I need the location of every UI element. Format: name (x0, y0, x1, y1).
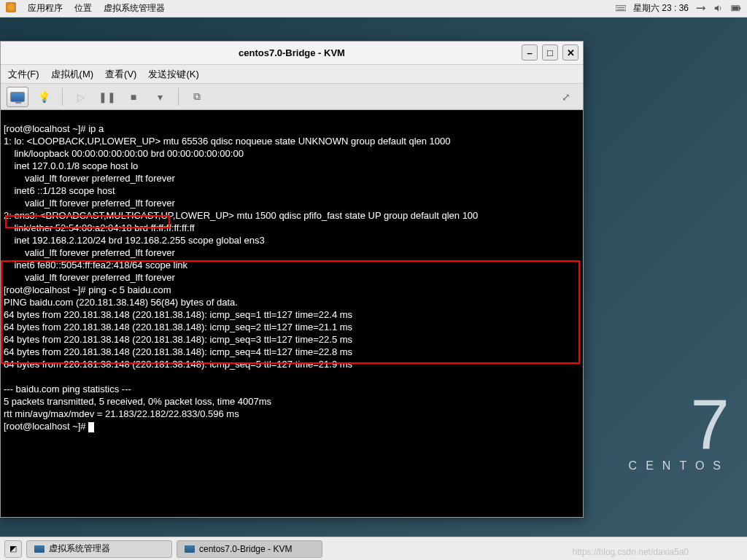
titlebar[interactable]: centos7.0-Bridge - KVM – □ ✕ (1, 42, 583, 65)
svg-rect-0 (616, 6, 626, 11)
terminal-line: [root@localhost ~]# ping -c 5 baidu.com (4, 284, 171, 295)
menu-applications[interactable]: 应用程序 (28, 2, 63, 15)
terminal-line: link/loopback 00:00:00:00:00:00 brd 00:0… (4, 148, 244, 159)
clock-label[interactable]: 星期六 23 : 36 (633, 2, 689, 15)
terminal-line: PING baidu.com (220.181.38.148) 56(84) b… (4, 297, 238, 308)
snapshot-button[interactable]: ⧉ (186, 87, 208, 107)
terminal-line: inet 192.168.2.120/24 brd 192.168.2.255 … (4, 235, 265, 246)
terminal-line: link/ether 52:54:00:a2:04:18 brd ff:ff:f… (4, 222, 195, 233)
maximize-button[interactable]: □ (542, 44, 558, 61)
menu-file[interactable]: 文件(F) (8, 68, 39, 81)
cursor (88, 422, 94, 432)
taskbar-label: centos7.0-Bridge - KVM (199, 544, 292, 554)
terminal-line: 64 bytes from 220.181.38.148 (220.181.38… (4, 359, 352, 370)
terminal-line: inet 127.0.0.1/8 scope host lo (4, 160, 138, 171)
snapshot-icon: ⧉ (193, 90, 201, 103)
window-title: centos7.0-Bridge - KVM (239, 47, 345, 58)
terminal-line: inet6 fe80::5054:ff:fea2:418/64 scope li… (4, 260, 187, 271)
terminal-line: 64 bytes from 220.181.38.148 (220.181.38… (4, 309, 352, 320)
terminal-line: 64 bytes from 220.181.38.148 (220.181.38… (4, 346, 352, 357)
play-icon: ▷ (77, 91, 85, 103)
menubar: 文件(F) 虚拟机(M) 查看(V) 发送按键(K) (1, 65, 583, 84)
run-button[interactable]: ▷ (70, 87, 92, 107)
terminal-line: valid_lft forever preferred_lft forever (4, 247, 175, 258)
menu-places[interactable]: 位置 (74, 2, 92, 15)
airplane-icon[interactable] (696, 4, 706, 13)
battery-icon[interactable] (731, 4, 741, 13)
window-icon (185, 545, 195, 553)
svg-rect-4 (739, 7, 740, 10)
terminal-line: 5 packets transmitted, 5 received, 0% pa… (4, 396, 271, 407)
separator (62, 88, 63, 106)
close-button[interactable]: ✕ (562, 44, 578, 61)
terminal-line: 2: ens3: <BROADCAST,MULTICAST,UP,LOWER_U… (4, 210, 478, 221)
taskbar-label: 虚拟系统管理器 (49, 542, 110, 555)
toolbar: 💡 ▷ ❚❚ ■ ▾ ⧉ ⤢ (1, 84, 583, 110)
svg-rect-5 (732, 7, 739, 10)
volume-icon[interactable] (713, 4, 724, 13)
terminal-line: valid_lft forever preferred_lft forever (4, 272, 175, 283)
lightbulb-icon: 💡 (38, 91, 50, 103)
terminal-line: --- baidu.com ping statistics --- (4, 384, 131, 394)
centos-text: CENTOS (629, 459, 729, 472)
guest-terminal[interactable]: [root@localhost ~]# ip a 1: lo: <LOOPBAC… (1, 110, 583, 517)
taskbar-item-vmm[interactable]: 虚拟系统管理器 (26, 540, 172, 558)
watermark: https://blog.csdn.net/daxia5a0 (573, 547, 689, 557)
separator (178, 88, 179, 106)
terminal-line: valid_lft forever preferred_lft forever (4, 173, 175, 184)
menu-vmm[interactable]: 虚拟系统管理器 (104, 2, 165, 15)
desktop-icon: ◩ (9, 544, 17, 553)
shutdown-button[interactable]: ■ (123, 87, 144, 107)
taskbar-item-kvm[interactable]: centos7.0-Bridge - KVM (177, 540, 322, 558)
window-icon (34, 545, 44, 553)
terminal-line: 1: lo: <LOOPBACK,UP,LOWER_UP> mtu 65536 … (4, 136, 451, 147)
centos-branding: 7 CENTOS (629, 389, 729, 472)
pause-icon: ❚❚ (98, 91, 116, 103)
terminal-line: 64 bytes from 220.181.38.148 (220.181.38… (4, 334, 352, 345)
chevron-down-icon: ▾ (158, 91, 163, 103)
pause-button[interactable]: ❚❚ (96, 87, 118, 107)
monitor-icon (10, 92, 25, 102)
keyboard-icon[interactable] (616, 4, 626, 13)
terminal-line: 64 bytes from 220.181.38.148 (220.181.38… (4, 322, 352, 332)
terminal-line: [root@localhost ~]# (4, 421, 88, 432)
stop-icon: ■ (131, 91, 136, 103)
fullscreen-icon: ⤢ (562, 91, 570, 103)
terminal-line: valid_lft forever preferred_lft forever (4, 198, 175, 209)
menu-vm[interactable]: 虚拟机(M) (51, 68, 94, 81)
kvm-window: centos7.0-Bridge - KVM – □ ✕ 文件(F) 虚拟机(M… (0, 41, 584, 518)
top-panel: 应用程序 位置 虚拟系统管理器 星期六 23 : 36 (0, 0, 747, 18)
activities-icon (6, 2, 16, 12)
info-button[interactable]: 💡 (33, 87, 55, 107)
shutdown-dropdown[interactable]: ▾ (149, 87, 171, 107)
terminal-line: [root@localhost ~]# ip a (4, 123, 104, 134)
menu-sendkey[interactable]: 发送按键(K) (148, 68, 198, 81)
minimize-button[interactable]: – (522, 44, 538, 61)
show-desktop-button[interactable]: ◩ (4, 540, 22, 558)
centos-seven: 7 (629, 389, 729, 459)
console-button[interactable] (7, 87, 28, 107)
terminal-line: rtt min/avg/max/mdev = 21.183/22.182/22.… (4, 408, 239, 419)
terminal-line: inet6 ::1/128 scope host (4, 185, 115, 196)
menu-view[interactable]: 查看(V) (105, 68, 136, 81)
bottom-panel: ◩ 虚拟系统管理器 centos7.0-Bridge - KVM https:/… (0, 537, 747, 560)
fullscreen-button[interactable]: ⤢ (555, 87, 577, 107)
